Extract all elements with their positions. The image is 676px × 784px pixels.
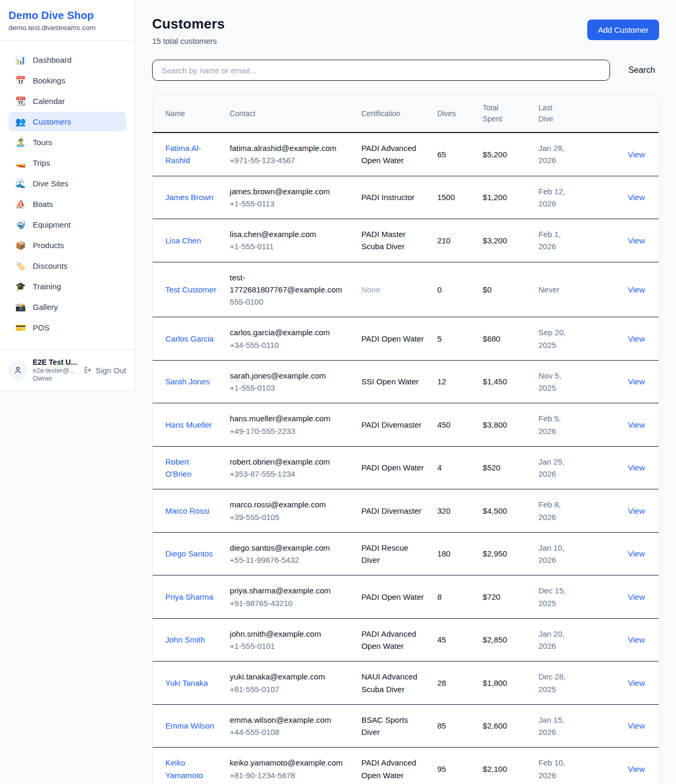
table-row: Test Customer test-1772681807767@example… xyxy=(153,262,659,317)
col-header-contact: Contact xyxy=(223,95,355,133)
view-cell: View xyxy=(585,133,659,176)
dives-cell: 85 xyxy=(431,704,476,748)
table-header: Name Contact Certification Dives Total S… xyxy=(153,95,659,133)
view-link[interactable]: View xyxy=(628,463,645,472)
speedboat-icon: 🚤 xyxy=(15,159,26,167)
table-row: Carlos Garcia carlos.garcia@example.com … xyxy=(153,317,659,361)
customers-table: Name Contact Certification Dives Total S… xyxy=(153,95,659,784)
sidebar-item-tours[interactable]: 🏝️ Tours xyxy=(8,133,126,152)
dives-cell: 45 xyxy=(431,618,476,662)
sidebar-item-dashboard[interactable]: 📊 Dashboard xyxy=(8,50,126,70)
sidebar-item-pos[interactable]: 💳 POS xyxy=(8,318,126,337)
total-spent-cell: $2,600 xyxy=(476,704,532,748)
dives-cell: 95 xyxy=(431,748,476,784)
customer-name-link[interactable]: Yuki Tanaka xyxy=(165,678,208,687)
dives-cell: 320 xyxy=(431,489,476,533)
customer-email: hans.mueller@example.com xyxy=(230,412,349,424)
island-icon: 🏝️ xyxy=(15,138,26,147)
last-dive-cell: Jan 15, 2026 xyxy=(532,704,585,748)
customer-phone: +81-90-1234-5678 xyxy=(230,769,349,781)
view-cell: View xyxy=(585,446,659,489)
customer-name-link[interactable]: John Smith xyxy=(165,635,205,644)
customer-name-link[interactable]: Carlos Garcia xyxy=(165,334,214,343)
view-link[interactable]: View xyxy=(628,285,645,294)
sign-out-button[interactable]: Sign Out xyxy=(83,366,126,375)
last-dive-cell: Feb 10, 2026 xyxy=(532,748,585,784)
customer-name-link[interactable]: Diego Santos xyxy=(165,549,213,558)
user-name: E2E Test U... xyxy=(33,358,78,366)
customer-name-link[interactable]: Keiko Yamamoto xyxy=(165,758,203,779)
sidebar-item-label: Products xyxy=(33,241,64,250)
customer-name-link[interactable]: Marco Rossi xyxy=(165,506,209,515)
contact-cell: john.smith@example.com +1-555-0101 xyxy=(223,618,355,662)
sidebar-item-discounts[interactable]: 🏷️ Discounts xyxy=(8,256,126,276)
customer-name-link[interactable]: Lisa Chen xyxy=(165,236,201,245)
customer-phone: +34-555-0110 xyxy=(230,339,349,351)
view-cell: View xyxy=(585,317,659,361)
certification-cell: PADI Instructor xyxy=(355,176,431,219)
certification-cell: PADI Rescue Diver xyxy=(355,532,431,575)
people-icon: 👥 xyxy=(15,118,26,126)
sidebar-item-dive-sites[interactable]: 🌊 Dive Sites xyxy=(8,174,126,193)
last-dive-cell: Feb 12, 2026 xyxy=(532,176,585,219)
shop-domain: demo.test.divestreams.com xyxy=(8,24,126,32)
last-dive-cell: Jan 10, 2026 xyxy=(532,532,585,575)
sidebar-nav: 📊 Dashboard 📅 Bookings 📆 Calendar 👥 Cust… xyxy=(0,41,135,346)
add-customer-button[interactable]: Add Customer xyxy=(587,20,659,40)
view-link[interactable]: View xyxy=(628,592,645,601)
view-link[interactable]: View xyxy=(628,678,645,687)
certification-cell: None xyxy=(355,262,431,317)
view-cell: View xyxy=(585,662,659,705)
contact-cell: fatima.alrashid@example.com +971-55-123-… xyxy=(223,133,355,176)
sidebar-item-calendar[interactable]: 📆 Calendar xyxy=(8,91,126,111)
sidebar-item-boats[interactable]: ⛵ Boats xyxy=(8,194,126,214)
total-spent-cell: $680 xyxy=(476,317,532,361)
camera-flash-icon: 📸 xyxy=(15,303,26,311)
view-cell: View xyxy=(585,704,659,748)
search-input[interactable] xyxy=(152,60,610,81)
diving-mask-icon: 🤿 xyxy=(15,221,26,229)
sidebar-item-products[interactable]: 📦 Products xyxy=(8,235,126,255)
view-link[interactable]: View xyxy=(628,150,645,159)
sidebar-item-gallery[interactable]: 📸 Gallery xyxy=(8,297,126,317)
dives-cell: 5 xyxy=(431,317,476,361)
customer-name-link[interactable]: Priya Sharma xyxy=(165,592,213,601)
customer-phone: 555-0100 xyxy=(230,296,349,308)
certification-cell: PADI Advanced Open Water xyxy=(355,133,431,176)
sidebar-item-training[interactable]: 🎓 Training xyxy=(8,277,126,296)
customer-name-cell: Diego Santos xyxy=(153,532,223,575)
view-link[interactable]: View xyxy=(628,334,645,343)
customer-name-link[interactable]: Sarah Jones xyxy=(165,377,210,386)
customer-name-link[interactable]: Hans Mueller xyxy=(165,420,212,429)
view-link[interactable]: View xyxy=(628,236,645,245)
total-spent-cell: $3,800 xyxy=(476,403,532,447)
dives-cell: 28 xyxy=(431,662,476,705)
view-cell: View xyxy=(585,618,659,662)
contact-cell: robert.obrien@example.com +353-87-555-12… xyxy=(223,446,355,489)
sidebar-item-equipment[interactable]: 🤿 Equipment xyxy=(8,215,126,234)
customer-name-link[interactable]: Fatima Al-Rashid xyxy=(165,144,201,165)
view-link[interactable]: View xyxy=(628,635,645,644)
view-link[interactable]: View xyxy=(628,721,645,730)
view-link[interactable]: View xyxy=(628,506,645,515)
view-link[interactable]: View xyxy=(628,193,645,202)
customer-phone: +49-170-555-2233 xyxy=(230,425,349,437)
search-button[interactable]: Search xyxy=(624,61,659,79)
sidebar-item-bookings[interactable]: 📅 Bookings xyxy=(8,71,126,90)
view-link[interactable]: View xyxy=(628,377,645,386)
sidebar-item-customers[interactable]: 👥 Customers xyxy=(8,112,126,131)
view-link[interactable]: View xyxy=(628,764,645,773)
certification-cell: PADI Master Scuba Diver xyxy=(355,219,431,262)
contact-cell: test-1772681807767@example.com 555-0100 xyxy=(223,262,355,317)
customer-name-link[interactable]: Robert O'Brien xyxy=(165,457,192,478)
view-link[interactable]: View xyxy=(628,549,645,558)
customer-name-link[interactable]: Test Customer xyxy=(165,285,217,294)
customer-name-link[interactable]: Emma Wilson xyxy=(165,721,214,730)
table-row: Robert O'Brien robert.obrien@example.com… xyxy=(153,446,659,489)
page-header: Customers 15 total customers Add Custome… xyxy=(152,16,659,45)
view-link[interactable]: View xyxy=(628,420,645,429)
sidebar-item-trips[interactable]: 🚤 Trips xyxy=(8,153,126,173)
wave-icon: 🌊 xyxy=(15,180,26,188)
view-cell: View xyxy=(585,262,659,317)
customer-name-link[interactable]: James Brown xyxy=(165,193,213,202)
